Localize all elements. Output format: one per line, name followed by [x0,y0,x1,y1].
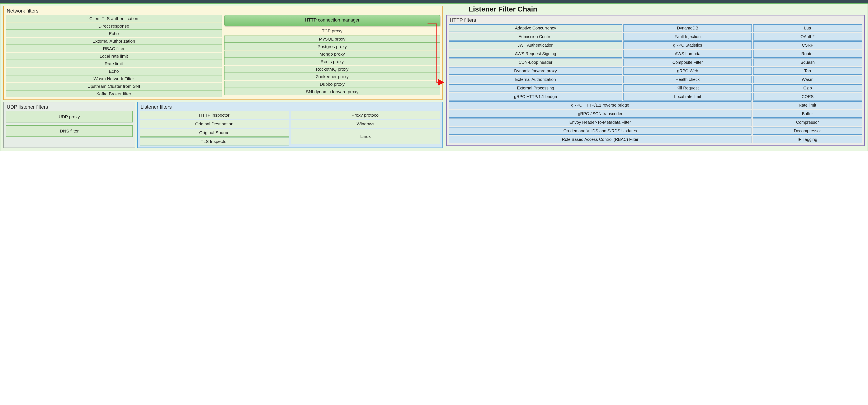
http-filter-item: Decompressor [753,127,862,135]
http-filter-item: JWT Authentication [449,41,622,49]
network-filter-item: Zookeeper proxy [224,73,440,80]
network-filters-title: Network filters [7,8,440,14]
listener-col-b: Proxy protocolWindowsLinux [291,111,440,145]
udp-filter-item: DNS filter [6,125,133,137]
http-filter-item: gRPC Statistics [623,41,752,49]
listener-cols: HTTP inspectorOriginal DestinationOrigin… [140,111,440,145]
http-filter-item: CORS [753,93,862,100]
http-filter-item: Dynamic forward proxy [449,67,622,75]
network-filter-item: Local rate limit [6,53,222,60]
http-filter-item: External Authorization [449,76,622,83]
http-filter-row: External ProcessingKill RequestGzip [449,84,862,92]
http-filters-panel: HTTP filters Adaptive ConcurrencyDynamoD… [446,15,865,146]
http-filter-item: Health check [623,76,752,83]
network-filter-item: Rate limit [6,60,222,67]
listener-filter-item: Original Source [140,129,289,137]
network-filter-item: Dubbo proxy [224,81,440,88]
right-column: HTTP filters Adaptive ConcurrencyDynamoD… [446,15,865,146]
http-filter-row: AWS Request SigningAWS LambdaRouter [449,50,862,58]
network-filter-item: Wasm Network Filter [6,75,222,82]
listener-filters-panel: Listener filters HTTP inspectorOriginal … [137,102,442,148]
http-filter-row: Dynamic forward proxygRPC-WebTap [449,67,862,75]
udp-listener-filters-panel: UDP listener filters UDP proxyDNS filter [3,102,135,148]
http-filter-row: Adaptive ConcurrencyDynamoDBLua [449,24,862,32]
http-filter-item: Rate limit [753,102,862,109]
listener-filter-item: TLS Inspector [140,138,289,145]
http-filter-item: Tap [753,67,862,75]
http-filter-item: External Processing [449,84,622,92]
http-filter-item: Router [753,50,862,58]
tcp-proxy-label: TCP proxy [224,28,440,35]
http-filter-item: Adaptive Concurrency [449,24,622,32]
listener-filter-item: Original Destination [140,120,289,128]
network-col-b-items: MySQL proxyPostgres proxyMongo proxyRedi… [224,35,440,95]
network-filter-item: Kafka Broker filter [6,90,222,97]
network-filter-item: Echo [6,68,222,75]
left-column: Network filters Client TLS authenticatio… [3,6,442,148]
http-filter-item: Fault Injection [623,33,752,40]
listener-filter-item: Linux [291,129,440,144]
diagram-canvas: Listener Filter Chain Network filters Cl… [0,3,868,151]
http-filter-row: JWT AuthenticationgRPC StatisticsCSRF [449,41,862,49]
http-filter-item: On-demand VHDS and S/RDS Updates [449,127,751,135]
listener-filter-item: Proxy protocol [291,111,440,119]
http-filter-item: Composite Filter [623,59,752,66]
http-filter-item: CSRF [753,41,862,49]
network-columns: Client TLS authenticationDirect response… [6,15,440,97]
network-filter-item: Upstream Cluster from SNI [6,83,222,90]
http-filter-item: Lua [753,24,862,32]
network-filters-panel: Network filters Client TLS authenticatio… [3,6,442,100]
http-filter-row: External AuthorizationHealth checkWasm [449,76,862,83]
network-filter-item: External Authorization [6,38,222,45]
http-filter-row: gRPC HTTP/1.1 bridgeLocal rate limitCORS [449,93,862,100]
network-col-b: HTTP connection manager TCP proxy MySQL … [224,15,440,97]
http-filter-item: Wasm [753,76,862,83]
http-filter-item: gRPC-JSON transcoder [449,110,751,118]
http-filters-grid: Adaptive ConcurrencyDynamoDBLuaAdmission… [449,24,862,143]
http-filter-item: Buffer [753,110,862,118]
http-filter-item: IP Tagging [753,136,862,143]
udp-items: UDP proxyDNS filter [6,111,133,137]
http-filter-item: Envoy Header-To-Metadata Filter [449,118,751,126]
http-filter-row: gRPC HTTP/1.1 reverse bridgeRate limit [449,102,862,109]
network-filter-item: Mongo proxy [224,51,440,58]
listener-filter-item: Windows [291,120,440,128]
http-filters-title: HTTP filters [450,17,862,23]
listener-filter-item: HTTP inspector [140,111,289,119]
udp-filter-item: UDP proxy [6,111,133,122]
network-filter-item: Redis proxy [224,58,440,65]
http-filter-item: AWS Lambda [623,50,752,58]
http-filter-item: Kill Request [623,84,752,92]
http-filter-row: gRPC-JSON transcoderBuffer [449,110,862,118]
http-filter-item: gRPC HTTP/1.1 bridge [449,93,622,100]
network-filter-item: RBAC filter [6,45,222,52]
http-filter-item: gRPC HTTP/1.1 reverse bridge [449,102,751,109]
http-filter-item: Local rate limit [623,93,752,100]
network-filter-item: Direct response [6,23,222,30]
http-filter-item: Admission Control [449,33,622,40]
bottom-row: UDP listener filters UDP proxyDNS filter… [3,102,442,148]
http-filter-row: Role Based Access Control (RBAC) FilterI… [449,136,862,143]
http-filter-row: CDN-Loop headerComposite FilterSquash [449,59,862,66]
http-filter-row: Admission ControlFault InjectionOAuth2 [449,33,862,40]
network-col-a: Client TLS authenticationDirect response… [6,15,222,97]
http-filter-item: gRPC-Web [623,67,752,75]
http-filter-row: Envoy Header-To-Metadata FilterCompresso… [449,118,862,126]
listener-filters-title: Listener filters [141,104,440,110]
http-filter-item: OAuth2 [753,33,862,40]
network-filter-item: MySQL proxy [224,35,440,42]
diagram-title: Listener Filter Chain [469,5,537,13]
http-filter-item: Compressor [753,118,862,126]
http-filter-item: Role Based Access Control (RBAC) Filter [449,136,751,143]
http-filter-item: AWS Request Signing [449,50,622,58]
http-filter-item: CDN-Loop header [449,59,622,66]
http-filter-row: On-demand VHDS and S/RDS UpdatesDecompre… [449,127,862,135]
network-filter-item: SNI dynamic forward proxy [224,88,440,95]
listener-col-a: HTTP inspectorOriginal DestinationOrigin… [140,111,289,145]
network-filter-item: Echo [6,30,222,37]
network-filter-item: Client TLS authentication [6,15,222,22]
window-topbar [0,0,868,3]
http-filter-item: Squash [753,59,862,66]
http-filter-item: Gzip [753,84,862,92]
network-filter-item: Postgres proxy [224,43,440,50]
